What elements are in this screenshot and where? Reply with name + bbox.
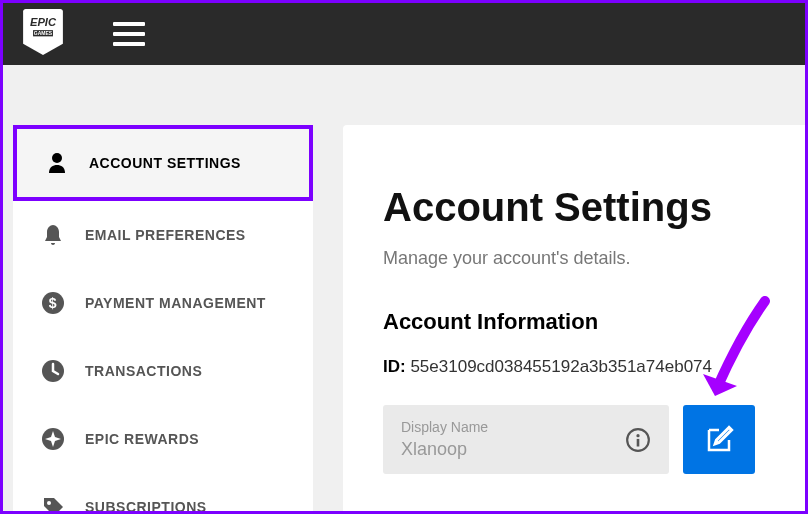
clock-icon	[41, 359, 65, 383]
sidebar-label: SUBSCRIPTIONS	[85, 499, 207, 514]
dollar-icon: $	[41, 291, 65, 315]
svg-text:GAMES: GAMES	[34, 31, 53, 36]
svg-point-3	[52, 153, 62, 163]
account-id-row: ID: 55e3109cd038455192a3b351a74eb074	[383, 357, 755, 377]
main-content: Account Settings Manage your account's d…	[343, 125, 805, 511]
sidebar-label: EPIC REWARDS	[85, 431, 199, 447]
svg-point-8	[47, 501, 51, 505]
sidebar: ACCOUNT SETTINGS EMAIL PREFERENCES $ PAY…	[13, 125, 313, 511]
sidebar-label: PAYMENT MANAGEMENT	[85, 295, 266, 311]
display-name-field: Display Name Xlanoop	[383, 405, 669, 474]
sidebar-label: TRANSACTIONS	[85, 363, 202, 379]
sidebar-item-payment-management[interactable]: $ PAYMENT MANAGEMENT	[13, 269, 313, 337]
tag-icon	[41, 495, 65, 514]
display-name-label: Display Name	[401, 419, 488, 435]
epic-games-logo[interactable]: EPIC GAMES	[23, 9, 63, 59]
sidebar-item-transactions[interactable]: TRANSACTIONS	[13, 337, 313, 405]
app-header: EPIC GAMES	[3, 3, 805, 65]
menu-icon[interactable]	[113, 22, 145, 46]
bell-icon	[41, 223, 65, 247]
display-name-value: Xlanoop	[401, 439, 488, 460]
person-icon	[45, 151, 69, 175]
edit-icon	[704, 425, 734, 455]
sidebar-label: EMAIL PREFERENCES	[85, 227, 246, 243]
sidebar-item-epic-rewards[interactable]: EPIC REWARDS	[13, 405, 313, 473]
sidebar-item-email-preferences[interactable]: EMAIL PREFERENCES	[13, 201, 313, 269]
svg-point-10	[636, 434, 639, 437]
svg-text:$: $	[49, 295, 57, 311]
id-label: ID:	[383, 357, 406, 376]
sidebar-item-subscriptions[interactable]: SUBSCRIPTIONS	[13, 473, 313, 514]
page-title: Account Settings	[383, 185, 755, 230]
id-value: 55e3109cd038455192a3b351a74eb074	[410, 357, 712, 376]
svg-text:EPIC: EPIC	[30, 16, 57, 28]
info-icon[interactable]	[625, 427, 651, 453]
star-burst-icon	[41, 427, 65, 451]
svg-rect-11	[637, 438, 640, 446]
sidebar-label: ACCOUNT SETTINGS	[89, 155, 241, 171]
page-subtitle: Manage your account's details.	[383, 248, 755, 269]
edit-display-name-button[interactable]	[683, 405, 755, 474]
sidebar-item-account-settings[interactable]: ACCOUNT SETTINGS	[13, 125, 313, 201]
section-title: Account Information	[383, 309, 755, 335]
